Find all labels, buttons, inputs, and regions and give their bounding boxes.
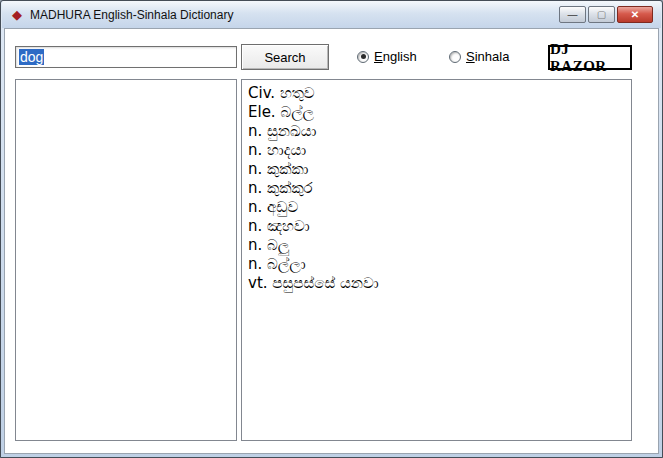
radio-sinhala-circle: [449, 51, 461, 63]
list-item[interactable]: n. බලු: [248, 236, 625, 255]
list-item[interactable]: n. කුක්කුර: [248, 179, 625, 198]
list-item[interactable]: n. සුනඛයා: [248, 122, 625, 141]
brand-logo: DJ RAZOR: [548, 45, 632, 70]
search-input[interactable]: dog: [15, 46, 237, 68]
list-item[interactable]: Ele. බල්ල: [248, 103, 625, 122]
radio-sinhala-label: Sinhala: [466, 49, 509, 64]
list-item[interactable]: n. බල්ලා: [248, 255, 625, 274]
search-button[interactable]: Search: [241, 44, 329, 70]
app-window: ◆ MADHURA English-Sinhala Dictionary — ▢…: [0, 0, 663, 458]
radio-sinhala[interactable]: Sinhala: [449, 49, 509, 64]
list-item[interactable]: vt. පසුපස්සේ යනවා: [248, 274, 625, 293]
app-icon: ◆: [10, 8, 24, 22]
list-item[interactable]: n. හාදයා: [248, 141, 625, 160]
maximize-button[interactable]: ▢: [588, 6, 615, 23]
close-button[interactable]: ✕: [617, 6, 653, 23]
radio-english[interactable]: English: [357, 49, 417, 64]
results-listbox[interactable]: Civ. හතුවEle. බල්ලn. සුනඛයාn. හාදයාn. කු…: [241, 79, 632, 441]
list-item[interactable]: n. කුක්කා: [248, 160, 625, 179]
search-input-selected-text: dog: [19, 49, 44, 65]
radio-english-label: English: [374, 49, 417, 64]
list-item[interactable]: n. අඩුව: [248, 198, 625, 217]
caption-buttons: — ▢ ✕: [559, 6, 653, 23]
client-area: dog Search English Sinhala DJ RAZOR Civ.…: [4, 28, 659, 454]
word-listbox[interactable]: [15, 79, 237, 441]
list-item[interactable]: n. ඤහවා: [248, 217, 625, 236]
list-item[interactable]: Civ. හතුව: [248, 84, 625, 103]
window-title: MADHURA English-Sinhala Dictionary: [30, 8, 559, 22]
titlebar[interactable]: ◆ MADHURA English-Sinhala Dictionary — ▢…: [2, 1, 661, 28]
radio-english-circle: [357, 51, 369, 63]
minimize-button[interactable]: —: [559, 6, 586, 23]
results-list: Civ. හතුවEle. බල්ලn. සුනඛයාn. හාදයාn. කු…: [242, 80, 631, 297]
